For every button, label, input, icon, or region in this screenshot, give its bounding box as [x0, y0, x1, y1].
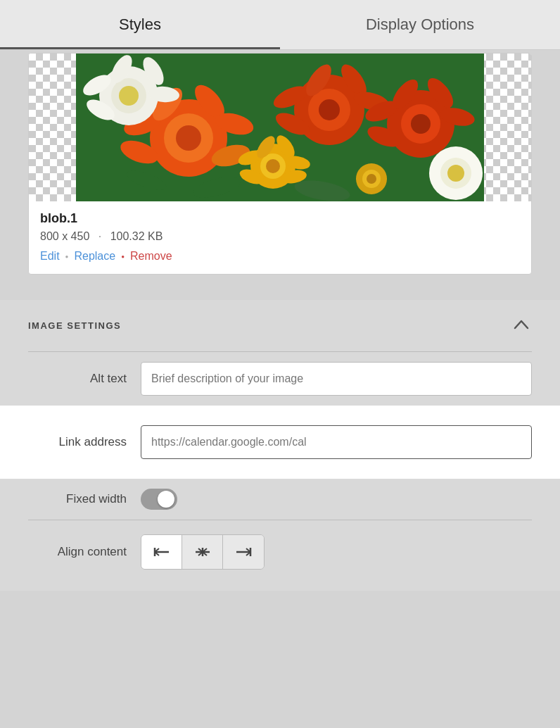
- align-buttons-group: [141, 534, 265, 570]
- svg-point-37: [411, 114, 431, 134]
- align-left-icon: [153, 545, 170, 559]
- link-address-label: Link address: [28, 435, 141, 449]
- image-settings-section: IMAGE SETTINGS Alt text: [0, 300, 560, 406]
- image-actions: Edit ● Replace ● Remove: [40, 250, 520, 263]
- link-address-row: Link address: [28, 415, 532, 469]
- fixed-width-toggle-wrapper: [141, 489, 177, 510]
- image-preview-wrapper: blob.1 800 x 450 · 100.32 KB Edit ● Repl…: [0, 50, 560, 289]
- fixed-width-toggle[interactable]: [141, 489, 177, 510]
- remove-link[interactable]: Remove: [130, 250, 172, 263]
- image-info: blob.1 800 x 450 · 100.32 KB Edit ● Repl…: [29, 201, 531, 274]
- image-filesize: 100.32 KB: [110, 230, 163, 242]
- tab-styles[interactable]: Styles: [0, 0, 280, 49]
- image-card: blob.1 800 x 450 · 100.32 KB Edit ● Repl…: [28, 53, 532, 275]
- tabs-container: Styles Display Options: [0, 0, 560, 50]
- image-dimensions: 800 x 450: [40, 230, 89, 242]
- fixed-width-row: Fixed width: [28, 479, 532, 520]
- align-content-label: Align content: [28, 545, 141, 559]
- flower-image: [76, 54, 484, 201]
- align-right-icon: [235, 545, 252, 559]
- image-filename: blob.1: [40, 211, 520, 226]
- alt-text-label: Alt text: [28, 372, 141, 386]
- chevron-up-icon: [514, 320, 529, 330]
- edit-link[interactable]: Edit: [40, 250, 60, 263]
- svg-point-28: [266, 159, 280, 173]
- section-title: IMAGE SETTINGS: [28, 320, 121, 331]
- align-right-button[interactable]: [223, 535, 264, 569]
- section-header: IMAGE SETTINGS: [28, 300, 532, 351]
- image-meta: 800 x 450 · 100.32 KB: [40, 230, 520, 243]
- spacer: [0, 289, 560, 300]
- svg-point-48: [367, 174, 376, 184]
- lower-settings-section: Fixed width Align content: [0, 479, 560, 591]
- image-container: [29, 54, 531, 201]
- link-address-input[interactable]: [141, 425, 532, 459]
- align-left-button[interactable]: [141, 535, 182, 569]
- align-content-row: Align content: [28, 520, 532, 591]
- align-center-icon: [194, 545, 211, 559]
- svg-point-12: [119, 86, 139, 106]
- collapse-button[interactable]: [511, 315, 532, 336]
- sep2: ●: [121, 253, 125, 260]
- align-center-button[interactable]: [182, 535, 223, 569]
- fixed-width-label: Fixed width: [28, 492, 141, 506]
- sep1: ●: [65, 253, 69, 260]
- svg-point-3: [176, 125, 201, 151]
- alt-text-row: Alt text: [28, 352, 532, 406]
- link-address-wrapper: Link address: [0, 406, 560, 479]
- svg-point-20: [319, 99, 340, 120]
- alt-text-input[interactable]: [141, 362, 532, 396]
- meta-dot: ·: [98, 230, 101, 242]
- tab-display-options[interactable]: Display Options: [280, 0, 560, 49]
- replace-link[interactable]: Replace: [74, 250, 115, 263]
- svg-point-45: [447, 165, 464, 182]
